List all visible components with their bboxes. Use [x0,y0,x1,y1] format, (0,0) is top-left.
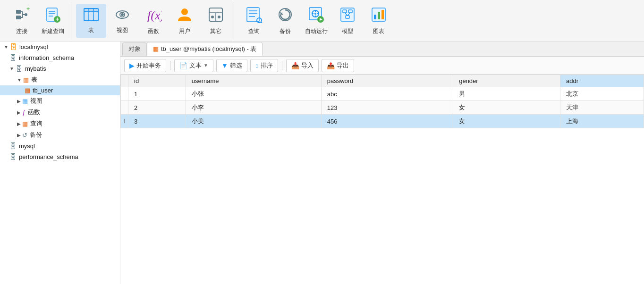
table-row[interactable]: 1小张abc男北京 [121,87,644,101]
table-area: id username password gender addr 1小张abc男… [120,75,644,284]
cell-id[interactable]: 2 [128,101,186,115]
th-id[interactable]: id [128,75,186,87]
sidebar-item-views-group[interactable]: ▶ ▦ 视图 [0,95,120,107]
svg-text:+: + [56,16,59,23]
sidebar-item-localmysql[interactable]: ▼ 🗄 localmysql [0,42,120,52]
chart-label: 图表 [373,27,384,35]
view-button[interactable]: 视图 [107,4,137,38]
sidebar-item-backups-group[interactable]: ▶ ↺ 备份 [0,129,120,141]
function-icon: f(x) [145,6,162,25]
toolbar-group-objects: 表 视图 f(x) 函数 [73,2,234,40]
sidebar-item-performance-schema[interactable]: 🗄 performance_schema [0,151,120,162]
function-button[interactable]: f(x) 函数 [138,4,169,38]
cell-addr[interactable]: 上海 [560,115,644,128]
performance-schema-icon: 🗄 [9,153,17,161]
cell-password[interactable]: 456 [321,115,453,128]
new-query-icon: + [44,6,61,25]
user-label: 用户 [179,27,190,35]
other-button[interactable]: 其它 [201,4,231,38]
mybatis-expand-icon: ▼ [9,66,14,71]
sidebar-item-mybatis[interactable]: ▼ 🗄 mybatis [0,63,120,74]
toolbar-group-tools: 查询 备份 [236,2,397,40]
sidebar-item-functions-group[interactable]: ▶ ƒ 函数 [0,107,120,118]
right-panel: 对象 ▦ tb_user @mybatis (localmysql) - 表 ▶… [120,42,644,284]
backup-icon [277,6,294,25]
view-icon [114,7,131,25]
row-indicator [121,101,128,115]
new-query-button[interactable]: + 新建查询 [38,4,68,38]
begin-transaction-button[interactable]: ▶ 开始事务 [124,59,166,72]
tab-objects[interactable]: 对象 [122,42,147,56]
sidebar-item-tb-user[interactable]: ▦ tb_user [0,85,120,95]
svg-point-23 [181,8,188,15]
autorun-label: 自动运行 [305,27,328,35]
function-label: 函数 [148,27,159,35]
import-button[interactable]: 📥 导入 [286,59,319,72]
connect-button[interactable]: + 连接 [7,4,37,38]
backups-group-label: 备份 [30,131,42,139]
cell-addr[interactable]: 北京 [560,87,644,101]
cell-username[interactable]: 小美 [186,115,321,128]
localmysql-label: localmysql [19,43,48,50]
views-expand-icon: ▶ [17,99,21,104]
th-addr[interactable]: addr [560,75,644,87]
cell-gender[interactable]: 男 [453,87,560,101]
tb-user-label: tb_user [33,87,53,94]
query-label: 查询 [248,27,260,35]
th-gender[interactable]: gender [453,75,560,87]
table-button[interactable]: 表 [76,4,106,38]
sidebar-item-mysql[interactable]: 🗄 mysql [0,141,120,151]
sidebar-item-queries-group[interactable]: ▶ ▦ 查询 [0,118,120,129]
filter-label: 筛选 [230,61,242,70]
connect-icon: + [13,6,30,25]
text-button[interactable]: 📄 文本 ▼ [174,59,213,72]
table-row[interactable]: 2小李123女天津 [121,101,644,115]
cell-addr[interactable]: 天津 [560,101,644,115]
backups-expand-icon: ▶ [17,133,21,138]
cell-id[interactable]: 1 [128,87,186,101]
begin-transaction-label: 开始事务 [136,61,161,70]
tab-objects-label: 对象 [128,45,141,53]
export-button[interactable]: 📤 导出 [322,59,354,72]
text-dropdown-icon[interactable]: ▼ [203,63,208,68]
svg-text:f(x): f(x) [147,8,162,22]
backup-button[interactable]: 备份 [270,4,300,38]
cell-password[interactable]: abc [321,87,453,101]
model-button[interactable]: 模型 [332,4,363,38]
import-label: 导入 [301,61,314,70]
filter-button[interactable]: ▼ 筛选 [216,59,247,72]
separator-1 [170,61,170,70]
tab-table[interactable]: ▦ tb_user @mybatis (localmysql) - 表 [147,42,263,56]
cell-gender[interactable]: 女 [453,101,560,115]
svg-rect-0 [16,10,21,14]
svg-rect-54 [378,12,380,19]
queries-expand-icon: ▶ [17,121,21,126]
sidebar-item-tables-group[interactable]: ▼ ▦ 表 [0,74,120,85]
backups-group-icon: ↺ [22,132,27,139]
data-table: id username password gender addr 1小张abc男… [120,75,644,128]
filter-icon: ▼ [221,62,228,69]
cell-username[interactable]: 小李 [186,101,321,115]
cell-username[interactable]: 小张 [186,87,321,101]
sort-icon: ↕ [255,62,259,69]
expand-icon: ▼ [4,44,8,50]
cell-id[interactable]: 3 [128,115,186,128]
autorun-button[interactable]: 自动运行 [301,4,331,38]
autorun-icon [308,6,325,25]
other-icon [207,6,224,25]
sort-button[interactable]: ↕ 排序 [250,59,278,72]
tables-expand-icon: ▼ [17,77,22,83]
cell-gender[interactable]: 女 [453,115,560,128]
cell-password[interactable]: 123 [321,101,453,115]
connect-label: 连接 [16,27,27,35]
sidebar-item-information-schema[interactable]: 🗄 information_schema [0,52,120,63]
user-button[interactable]: 用户 [169,4,200,38]
svg-rect-1 [16,16,21,19]
th-username[interactable]: username [186,75,321,87]
svg-rect-55 [381,10,384,19]
table-row[interactable]: I3小美456女上海 [121,115,644,128]
queries-group-label: 查询 [30,119,42,128]
chart-button[interactable]: 图表 [364,4,394,38]
query-button[interactable]: 查询 [239,4,269,38]
th-password[interactable]: password [321,75,453,87]
